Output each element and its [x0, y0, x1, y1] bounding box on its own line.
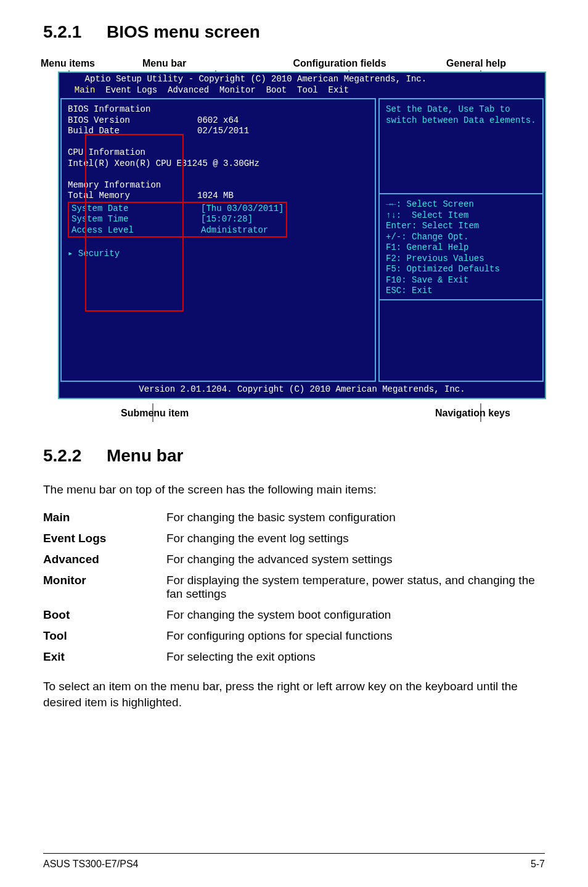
def-boot: For changing the system boot configurati…: [166, 604, 545, 625]
table-row: MonitorFor displaying the system tempera…: [43, 570, 545, 604]
value-total-memory: 1024 MB: [197, 191, 234, 200]
tab-rest[interactable]: Event Logs Advanced Monitor Boot Tool Ex…: [95, 85, 349, 95]
section-heading-5-2-1: 5.2.1 BIOS menu screen: [43, 22, 545, 42]
bios-main-panel: BIOS Information BIOS Version 0602 x64 B…: [60, 98, 376, 382]
value-build-date: 02/15/2011: [197, 126, 249, 136]
label-menu-items: Menu items: [41, 58, 142, 69]
section-number: 5.2.1: [43, 22, 81, 42]
table-row: ExitFor selecting the exit options: [43, 646, 545, 667]
navigation-keys-list: →←: Select Screen ↑↓: Select Item Enter:…: [386, 199, 536, 297]
config-fields-outline: System Date [Thu 03/03/2011] System Time…: [68, 202, 287, 238]
tab-main[interactable]: Main: [75, 85, 96, 95]
triangle-icon: ▸: [68, 249, 73, 258]
def-tool: For configuring options for special func…: [166, 625, 545, 646]
term-eventlogs: Event Logs: [43, 528, 166, 549]
value-system-date[interactable]: [Thu 03/03/2011]: [201, 204, 284, 213]
term-tool: Tool: [43, 625, 166, 646]
section-number-2: 5.2.2: [43, 446, 81, 466]
def-main: For changing the basic system configurat…: [166, 507, 545, 528]
label-system-date[interactable]: System Date: [71, 204, 128, 213]
section-title-2: Menu bar: [107, 446, 183, 466]
label-general-help: General help: [407, 58, 545, 69]
label-config-fields: Configuration fields: [272, 58, 407, 69]
help-description: Set the Date, Use Tab to switch between …: [386, 104, 536, 191]
row-cpu-information: CPU Information: [68, 147, 145, 157]
bios-diagram: Menu items Menu bar Configuration fields…: [41, 58, 545, 424]
label-system-time[interactable]: System Time: [71, 214, 128, 224]
submenu-security[interactable]: Security: [78, 249, 120, 258]
table-row: MainFor changing the basic system config…: [43, 507, 545, 528]
label-submenu-item: Submenu item: [121, 408, 189, 419]
term-exit: Exit: [43, 646, 166, 667]
footer-page-number: 5-7: [531, 859, 545, 870]
bios-window: Aptio Setup Utility - Copyright (C) 2010…: [58, 72, 546, 399]
help-divider-2: [380, 299, 542, 300]
def-advanced: For changing the advanced system setting…: [166, 549, 545, 570]
label-total-memory: Total Memory: [68, 191, 130, 200]
label-bios-version: BIOS Version: [68, 115, 130, 125]
value-system-time[interactable]: [15:07:28]: [201, 214, 253, 224]
term-monitor: Monitor: [43, 570, 166, 604]
table-row: AdvancedFor changing the advanced system…: [43, 549, 545, 570]
table-row: ToolFor configuring options for special …: [43, 625, 545, 646]
bios-help-panel: Set the Date, Use Tab to switch between …: [378, 98, 544, 382]
table-row: Event LogsFor changing the event log set…: [43, 528, 545, 549]
label-navigation-keys: Navigation keys: [435, 408, 510, 419]
term-main: Main: [43, 507, 166, 528]
row-memory-information: Memory Information: [68, 180, 161, 190]
outro-text: To select an item on the menu bar, press…: [43, 679, 545, 710]
bios-title-bar: Aptio Setup Utility - Copyright (C) 2010…: [59, 73, 545, 85]
help-divider: [380, 193, 542, 194]
page-footer: ASUS TS300-E7/PS4 5-7: [43, 853, 545, 870]
term-advanced: Advanced: [43, 549, 166, 570]
bios-menu-bar[interactable]: Main Event Logs Advanced Monitor Boot To…: [59, 85, 545, 97]
bios-footer: Version 2.01.1204. Copyright (C) 2010 Am…: [59, 383, 545, 398]
intro-text: The menu bar on top of the screen has th…: [43, 482, 545, 498]
def-exit: For selecting the exit options: [166, 646, 545, 667]
help-empty: [386, 303, 536, 340]
section-title: BIOS menu screen: [107, 22, 260, 42]
row-bios-information: BIOS Information: [68, 104, 150, 114]
label-access-level: Access Level: [71, 225, 134, 235]
table-row: BootFor changing the system boot configu…: [43, 604, 545, 625]
def-monitor: For displaying the system temperature, p…: [166, 570, 545, 604]
menu-definitions-table: MainFor changing the basic system config…: [43, 507, 545, 667]
label-menu-bar: Menu bar: [142, 58, 272, 69]
value-cpu: Intel(R) Xeon(R) CPU E31245 @ 3.30GHz: [68, 159, 259, 168]
label-build-date: Build Date: [68, 126, 120, 136]
section-heading-5-2-2: 5.2.2 Menu bar: [43, 446, 545, 466]
def-eventlogs: For changing the event log settings: [166, 528, 545, 549]
value-bios-version: 0602 x64: [197, 115, 239, 125]
value-access-level: Administrator: [201, 225, 268, 235]
footer-product: ASUS TS300-E7/PS4: [43, 859, 138, 870]
term-boot: Boot: [43, 604, 166, 625]
